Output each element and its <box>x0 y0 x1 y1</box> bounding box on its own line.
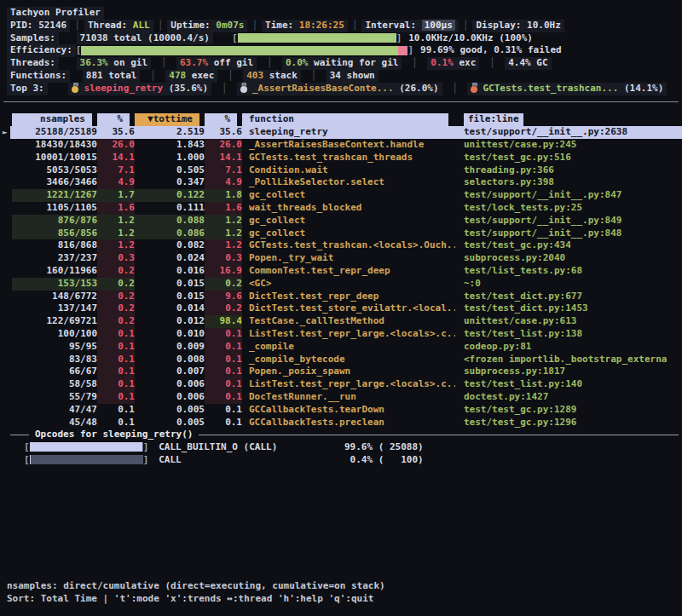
table-row[interactable]: 45/48 0.1 0.005 0.1 GCCallbackTests.prec… <box>0 417 682 429</box>
separator: │ <box>463 20 469 31</box>
cell-tottime: 0.012 <box>135 315 205 328</box>
table-row[interactable]: 1105/1105 1.6 0.111 1.6 wait_threads_blo… <box>0 202 682 215</box>
separator: │ <box>158 20 164 31</box>
opcode-row: []CALL 0.4% ( 100) <box>0 454 682 467</box>
opcodes-list: []CALL_BUILTIN_O (CALL)99.6% ( 25088) []… <box>0 441 682 467</box>
top3-item: GCTests.test_trashcan... (14.1%) <box>467 83 667 95</box>
cell-tottime-pct: 0.1 <box>205 328 242 341</box>
top3-line: Top 3: sleeping_retry (35.6%) │ _AssertR… <box>0 83 682 95</box>
table-row[interactable]: 100/100 0.1 0.010 0.1 ListTest.test_repr… <box>0 328 682 341</box>
top3-items: sleeping_retry (35.6%) │ _AssertRaisesBa… <box>68 83 667 94</box>
thread-chip[interactable]: Thread: ALL <box>84 20 153 32</box>
cell-tottime-pct: 0.1 <box>205 341 242 354</box>
table-row[interactable]: 58/58 0.1 0.006 0.1 ListTest.test_repr_l… <box>0 378 682 391</box>
cell-tottime: 0.505 <box>135 164 205 177</box>
col-header-file-line[interactable]: file:line <box>455 113 682 126</box>
cell-function: wait_threads_blocked <box>242 202 455 215</box>
medal-icon <box>72 83 79 93</box>
table-row[interactable]: 237/237 0.3 0.024 0.3 Popen._try_wait su… <box>0 252 682 265</box>
cell-tottime-pct: 0.1 <box>205 378 242 391</box>
time-value: 18:26:25 <box>299 20 344 31</box>
cell-nsamples: 237/237 <box>12 252 97 265</box>
cell-file-line: test/support/__init__.py:848 <box>455 227 682 240</box>
table-row[interactable]: 47/47 0.1 0.005 0.1 GCCallbackTests.tear… <box>0 404 682 417</box>
table-row[interactable]: 3466/3466 4.9 0.347 4.9 _PollLikeSelecto… <box>0 176 682 189</box>
threads-line: Threads: 36.3% on gil │ 63.7% off gil │ … <box>0 57 682 70</box>
cell-file-line: test/test_list.py:138 <box>455 328 682 341</box>
table-row[interactable]: 95/95 0.1 0.009 0.1 _compile codeop.py:8… <box>0 341 682 354</box>
cell-sample-pct: 1.7 <box>97 189 135 202</box>
top3-function-name: sleeping_retry <box>84 83 163 94</box>
cell-nsamples: 47/47 <box>12 404 97 417</box>
col-header-sample-pct[interactable]: % <box>97 113 135 126</box>
cell-tottime: 0.007 <box>135 366 205 378</box>
uptime-chip: Uptime: 0m07s <box>167 20 247 32</box>
separator: │ <box>412 57 418 68</box>
col-header-tottime-sorted[interactable]: ▼tottime <box>135 113 205 126</box>
opcode-bar-fill <box>30 442 142 452</box>
opcode-bar <box>30 442 143 452</box>
table-row[interactable]: 122/69721 0.2 0.012 98.4 TestCase._callT… <box>0 315 682 328</box>
table-row[interactable]: 137/147 0.2 0.014 0.2 DictTest.test_stor… <box>0 302 682 315</box>
section-separator <box>0 101 682 114</box>
samples-line: Samples: 71038 total (10000.4/s) []10.0K… <box>0 32 682 45</box>
table-row[interactable]: 856/856 1.2 0.086 1.2 gc_collect test/su… <box>0 227 682 240</box>
cell-tottime-pct: 4.9 <box>205 176 242 189</box>
table-row[interactable]: 10001/10015 14.1 1.000 14.1 GCTests.test… <box>0 152 682 164</box>
cell-tottime-pct: 0.1 <box>205 404 242 417</box>
col-header-tottime-pct[interactable]: % <box>205 113 242 126</box>
opcode-row: []CALL_BUILTIN_O (CALL)99.6% ( 25088) <box>0 441 682 454</box>
display-value: 10.0Hz <box>527 20 561 31</box>
opcode-stats: 0.4% ( 100) <box>344 454 424 467</box>
stat-value: 36.3% <box>80 57 108 68</box>
separator: │ <box>251 20 257 31</box>
cell-tottime-pct: 35.6 <box>205 126 242 139</box>
table-row[interactable]: 5053/5053 7.1 0.505 7.1 Condition.wait t… <box>0 164 682 177</box>
cell-sample-pct: 35.6 <box>97 126 135 139</box>
table-row[interactable]: 1221/1267 1.7 0.122 1.8 gc_collect test/… <box>0 189 682 202</box>
table-row[interactable]: 18430/18430 26.0 1.843 26.0 _AssertRaise… <box>0 139 682 152</box>
interval-chip: Interval: 100µs <box>361 20 458 32</box>
cell-nsamples: 816/868 <box>12 239 97 252</box>
col-header-function[interactable]: function <box>242 113 455 126</box>
table-row[interactable]: 153/153 0.2 0.015 0.2 <GC> ~:0 <box>0 278 682 291</box>
table-row[interactable]: 876/876 1.2 0.088 1.2 gc_collect test/su… <box>0 215 682 227</box>
table-row[interactable]: 55/79 0.1 0.006 0.1 DocTestRunner.__run … <box>0 391 682 404</box>
cell-nsamples: 1221/1267 <box>12 189 97 202</box>
opcodes-title: Opcodes for sleeping_retry() <box>35 429 193 441</box>
table-row[interactable]: 148/6772 0.2 0.015 9.6 DictTest.test_rep… <box>0 291 682 303</box>
stat-value: 0.1% <box>431 57 454 68</box>
bar-open-bracket: [ <box>24 441 30 452</box>
stat-segment: 34 shown <box>327 70 379 83</box>
cell-tottime: 0.347 <box>135 176 205 189</box>
cell-nsamples: 5053/5053 <box>12 164 97 177</box>
cell-tottime-pct: 1.2 <box>205 215 242 227</box>
cell-sample-pct: 0.1 <box>97 366 135 378</box>
efficiency-bar <box>81 46 407 55</box>
separator: │ <box>222 83 228 94</box>
title-line: Tachyon Profiler <box>0 7 682 20</box>
top3-function-name: _AssertRaisesBaseConte... <box>252 83 394 94</box>
cell-function: _PollLikeSelector.select <box>242 176 455 189</box>
cell-sample-pct: 0.1 <box>97 378 135 391</box>
threads-label: Threads: <box>7 57 59 70</box>
cell-nsamples: 122/69721 <box>12 315 97 328</box>
cell-file-line: unittest/case.py:245 <box>455 139 682 152</box>
cell-nsamples: 100/100 <box>12 328 97 341</box>
col-header-nsamples[interactable]: nsamples <box>12 113 97 126</box>
cell-file-line: <frozen importlib._bootstrap_externa <box>455 354 682 366</box>
display-chip: Display: 10.0Hz <box>472 20 564 32</box>
table-row[interactable]: 816/868 1.2 0.082 1.2 GCTests.test_trash… <box>0 239 682 252</box>
cell-sample-pct: 0.1 <box>97 404 135 417</box>
samples-label: Samples: <box>7 32 59 45</box>
stat-text: shown <box>341 70 375 81</box>
cell-nsamples: 10001/10015 <box>12 152 97 164</box>
efficiency-bar-failed <box>398 46 408 55</box>
table-row[interactable]: 66/67 0.1 0.007 0.1 Popen._posix_spawn s… <box>0 366 682 378</box>
cell-file-line: test/test_list.py:140 <box>455 378 682 391</box>
cell-nsamples: 1105/1105 <box>12 202 97 215</box>
table-row[interactable]: 160/11966 0.2 0.016 16.9 CommonTest.test… <box>0 265 682 278</box>
stat-text: waiting for gil <box>308 57 398 68</box>
table-row-selected[interactable]: 25188/25189 35.6 2.519 35.6 sleeping_ret… <box>0 126 682 139</box>
table-row[interactable]: 83/83 0.1 0.008 0.1 _compile_bytecode <f… <box>0 354 682 366</box>
